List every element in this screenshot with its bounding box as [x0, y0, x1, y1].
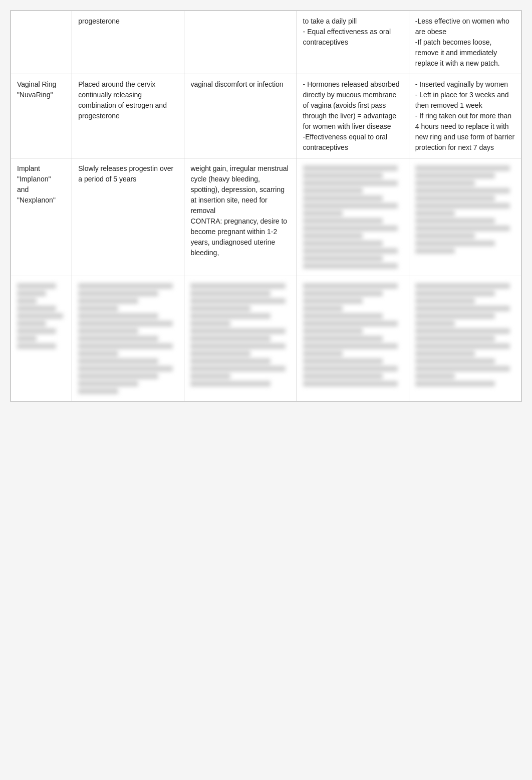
- cell-mech-implant: Slowly releases progestin over a period …: [72, 158, 184, 276]
- cell-mech-0: progesterone: [72, 11, 184, 74]
- cell-mech-blurred: [72, 276, 184, 402]
- cell-adv-vaginal-ring: - Hormones released absorbed directly by…: [297, 74, 409, 158]
- text-se-blurred: [190, 283, 290, 386]
- text-name-implant: Implant"Implanon"and"Nexplanon": [17, 164, 56, 204]
- text-mech-blurred: [78, 283, 178, 394]
- cell-mech-vaginal-ring: Placed around the cervix continually rel…: [72, 74, 184, 158]
- text-name-blurred: [17, 283, 66, 349]
- text-se-vaginal-ring: vaginal discomfort or infection: [190, 80, 283, 88]
- table-row-vaginal-ring: Vaginal Ring"NuvaRing" Placed around the…: [11, 74, 521, 158]
- text-mechanism-implant: Slowly releases progestin over a period …: [78, 164, 173, 183]
- cell-adv-blurred: [297, 276, 409, 402]
- contraceptives-table: progesterone to take a daily pill- Equal…: [10, 10, 522, 402]
- text-mechanism-0: progesterone: [78, 17, 120, 25]
- text-notes-blurred: [415, 283, 515, 386]
- text-notes-0: -Less effective on women who are obese-I…: [415, 17, 509, 67]
- cell-se-implant: weight gain, irregular menstrual cycle (…: [184, 158, 297, 276]
- text-notes-vaginal-ring: - Inserted vaginally by women- Left in p…: [415, 80, 514, 151]
- text-advantages-0: to take a daily pill- Equal effectivenes…: [303, 17, 391, 46]
- cell-se-0: [184, 11, 297, 74]
- cell-adv-0: to take a daily pill- Equal effectivenes…: [297, 11, 409, 74]
- text-mechanism-vaginal-ring: Placed around the cervix continually rel…: [78, 80, 167, 120]
- cell-se-blurred: [184, 276, 297, 402]
- cell-name-implant: Implant"Implanon"and"Nexplanon": [11, 158, 72, 276]
- text-se-implant: weight gain, irregular menstrual cycle (…: [190, 164, 288, 257]
- cell-notes-implant: [409, 158, 521, 276]
- text-notes-implant-blurred: [415, 165, 515, 254]
- cell-name-0: [11, 11, 72, 74]
- cell-notes-0: -Less effective on women who are obese-I…: [409, 11, 521, 74]
- cell-name-vaginal-ring: Vaginal Ring"NuvaRing": [11, 74, 72, 158]
- table-row-implant: Implant"Implanon"and"Nexplanon" Slowly r…: [11, 158, 521, 276]
- cell-name-blurred: [11, 276, 72, 402]
- table-row-blurred: [11, 276, 521, 402]
- table-row: progesterone to take a daily pill- Equal…: [11, 11, 521, 74]
- text-adv-vaginal-ring: - Hormones released absorbed directly by…: [303, 80, 400, 151]
- cell-notes-blurred: [409, 276, 521, 402]
- cell-adv-implant: [297, 158, 409, 276]
- cell-se-vaginal-ring: vaginal discomfort or infection: [184, 74, 297, 158]
- text-adv-implant-blurred: [303, 165, 403, 269]
- cell-notes-vaginal-ring: - Inserted vaginally by women- Left in p…: [409, 74, 521, 158]
- text-name-vaginal-ring: Vaginal Ring"NuvaRing": [17, 80, 56, 99]
- text-adv-blurred: [303, 283, 403, 386]
